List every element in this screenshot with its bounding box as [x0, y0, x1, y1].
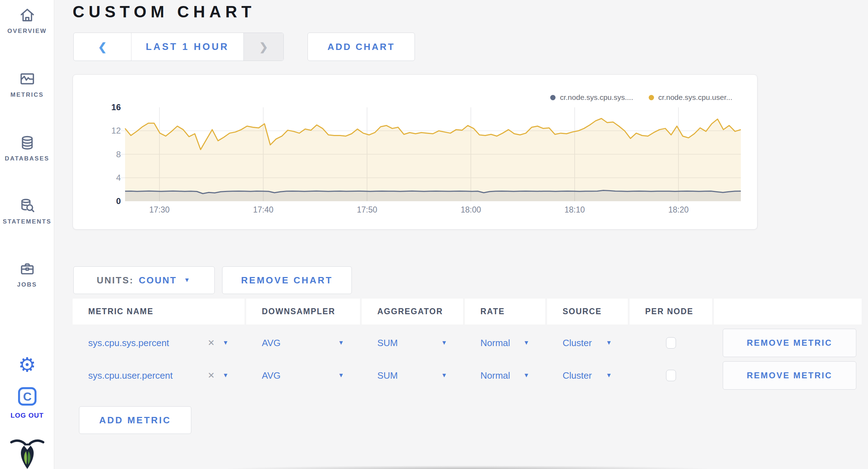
table-row: sys.cpu.sys.percent ✕ ▼ AVG ▼ SUM ▼ Norm… — [73, 329, 863, 357]
aggregator-dropdown[interactable]: SUM ▼ — [362, 329, 463, 357]
actions-cell: REMOVE METRIC — [714, 361, 862, 390]
remove-metric-button[interactable]: REMOVE METRIC — [723, 329, 856, 357]
sidebar-item-metrics[interactable]: METRICS — [0, 71, 54, 98]
sidebar-item-label: METRICS — [11, 91, 44, 98]
chevron-down-icon: ▼ — [184, 277, 191, 284]
source-value: Cluster — [563, 338, 592, 349]
chevron-down-icon: ▼ — [441, 339, 447, 346]
sidebar-item-statements[interactable]: STATEMENTS — [0, 198, 54, 225]
svg-text:C: C — [23, 390, 31, 403]
source-value: Cluster — [563, 370, 592, 381]
y-axis-tick: 8 — [87, 149, 121, 159]
downsampler-value: AVG — [262, 370, 281, 381]
units-dropdown[interactable]: UNITS: COUNT ▼ — [73, 266, 215, 294]
bottom-shadow — [220, 465, 716, 469]
metric-name-value: sys.cpu.user.percent — [88, 370, 173, 381]
per-node-cell — [630, 329, 712, 357]
sidebar: OVERVIEW METRICS DATABASES — [0, 0, 54, 469]
metrics-icon — [18, 71, 36, 87]
aggregator-value: SUM — [377, 370, 398, 381]
time-range-selector: ❮ LAST 1 HOUR ❯ — [73, 33, 284, 61]
remove-metric-button[interactable]: REMOVE METRIC — [723, 361, 856, 390]
rate-value: Normal — [480, 338, 510, 349]
chevron-down-icon: ▼ — [523, 339, 529, 346]
chevron-down-icon: ▼ — [523, 372, 529, 379]
sidebar-item-overview[interactable]: OVERVIEW — [0, 7, 54, 35]
column-header-aggregator: AGGREGATOR — [362, 299, 463, 324]
x-axis-tick: 17:40 — [242, 205, 284, 215]
databases-icon — [18, 135, 36, 151]
y-axis-tick: 4 — [87, 173, 121, 183]
x-axis-tick: 18:00 — [450, 205, 492, 215]
chevron-left-icon: ❮ — [98, 41, 107, 53]
chevron-down-icon: ▼ — [606, 372, 612, 379]
clear-metric-icon[interactable]: ✕ — [208, 371, 215, 380]
logout-label: LOG OUT — [11, 412, 44, 419]
sidebar-item-label: OVERVIEW — [7, 28, 47, 35]
logout-button[interactable]: C LOG OUT — [0, 385, 54, 419]
gear-icon: ⚙ — [18, 355, 36, 375]
column-header-rate: RATE — [465, 299, 545, 324]
settings-button[interactable]: ⚙ — [0, 355, 54, 375]
metric-name-dropdown[interactable]: sys.cpu.sys.percent ✕ ▼ — [73, 329, 244, 357]
sidebar-item-label: DATABASES — [5, 155, 50, 162]
rate-dropdown[interactable]: Normal ▼ — [465, 329, 545, 357]
per-node-checkbox[interactable] — [666, 370, 676, 381]
y-axis-tick: 0 — [87, 196, 121, 206]
chevron-down-icon: ▼ — [338, 339, 344, 346]
chevron-right-icon: ❯ — [259, 41, 268, 53]
page-title: CUSTOM CHART — [73, 2, 255, 21]
rate-value: Normal — [480, 370, 510, 381]
column-header-downsampler: DOWNSAMPLER — [246, 299, 360, 324]
table-row: sys.cpu.user.percent ✕ ▼ AVG ▼ SUM ▼ Nor… — [73, 361, 863, 390]
per-node-cell — [630, 361, 712, 390]
chevron-down-icon: ▼ — [222, 339, 229, 346]
units-label: UNITS: — [97, 275, 134, 286]
sidebar-item-databases[interactable]: DATABASES — [0, 135, 54, 162]
add-chart-button[interactable]: ADD CHART — [308, 33, 415, 61]
sidebar-item-jobs[interactable]: JOBS — [0, 261, 54, 288]
home-icon — [18, 7, 36, 23]
y-axis-tick: 12 — [87, 126, 121, 136]
chevron-down-icon: ▼ — [222, 372, 229, 379]
jobs-icon — [18, 261, 36, 277]
metric-name-value: sys.cpu.sys.percent — [88, 338, 169, 349]
remove-chart-button[interactable]: REMOVE CHART — [222, 266, 352, 294]
source-dropdown[interactable]: Cluster ▼ — [547, 361, 628, 390]
downsampler-dropdown[interactable]: AVG ▼ — [246, 329, 360, 357]
x-axis-tick: 18:10 — [553, 205, 596, 215]
sidebar-item-label: JOBS — [17, 281, 37, 288]
chevron-down-icon: ▼ — [606, 339, 612, 346]
aggregator-dropdown[interactable]: SUM ▼ — [362, 361, 463, 390]
per-node-checkbox[interactable] — [666, 337, 676, 349]
y-axis-tick: 16 — [87, 102, 121, 112]
time-range-value[interactable]: LAST 1 HOUR — [131, 33, 243, 61]
aggregator-value: SUM — [377, 338, 398, 349]
add-metric-button[interactable]: ADD METRIC — [79, 406, 191, 434]
cockroach-logo-icon — [9, 439, 45, 469]
x-axis-tick: 18:20 — [657, 205, 700, 215]
downsampler-value: AVG — [262, 338, 281, 349]
source-dropdown[interactable]: Cluster ▼ — [547, 329, 628, 357]
chevron-down-icon: ▼ — [441, 372, 447, 379]
units-value: COUNT — [139, 275, 177, 286]
rate-dropdown[interactable]: Normal ▼ — [465, 361, 545, 390]
x-axis-tick: 17:30 — [138, 205, 181, 215]
sidebar-item-label: STATEMENTS — [3, 218, 52, 225]
chart-card: cr.node.sys.cpu.sys.... cr.node.sys.cpu.… — [73, 74, 757, 230]
column-header-source: SOURCE — [547, 299, 628, 324]
chevron-down-icon: ▼ — [338, 372, 344, 379]
clear-metric-icon[interactable]: ✕ — [208, 338, 215, 348]
column-header-actions — [714, 299, 862, 324]
column-header-per-node: PER NODE — [630, 299, 712, 324]
downsampler-dropdown[interactable]: AVG ▼ — [246, 361, 360, 390]
metrics-table-header: METRIC NAME DOWNSAMPLER AGGREGATOR RATE … — [73, 299, 863, 324]
cockroachdb-logo[interactable] — [0, 439, 54, 469]
statements-icon — [18, 198, 36, 214]
cockroach-c-icon: C — [16, 385, 38, 407]
column-header-metric-name: METRIC NAME — [73, 299, 244, 324]
time-range-prev-button[interactable]: ❮ — [74, 33, 131, 61]
metric-name-dropdown[interactable]: sys.cpu.user.percent ✕ ▼ — [73, 361, 244, 390]
time-range-next-button[interactable]: ❯ — [243, 33, 283, 61]
x-axis-tick: 17:50 — [346, 205, 388, 215]
